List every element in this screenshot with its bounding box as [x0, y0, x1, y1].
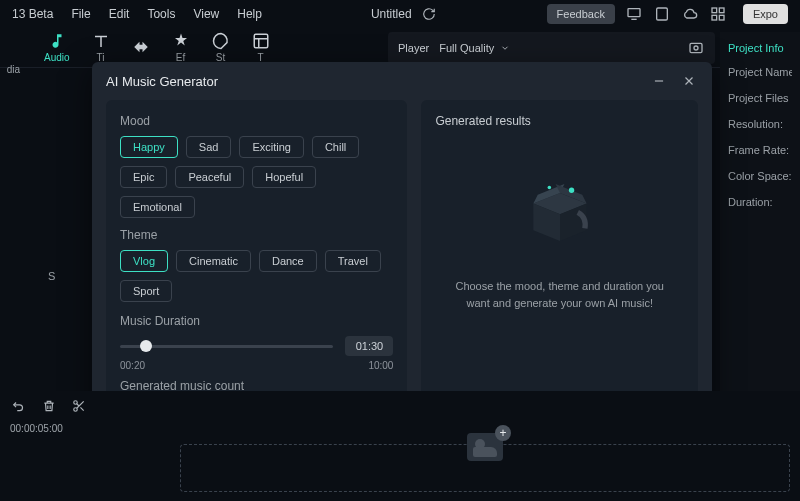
- menu-view[interactable]: View: [193, 7, 219, 21]
- mood-chip-sad[interactable]: Sad: [186, 136, 232, 158]
- menu-help[interactable]: Help: [237, 7, 262, 21]
- theme-chip-vlog[interactable]: Vlog: [120, 250, 168, 272]
- screen-icon[interactable]: [625, 5, 643, 23]
- timeline-timecode: 00:00:05:00: [0, 421, 800, 436]
- svg-rect-6: [254, 34, 268, 48]
- svg-point-14: [569, 188, 574, 193]
- mood-chip-emotional[interactable]: Emotional: [120, 196, 195, 218]
- quality-value: Full Quality: [439, 42, 494, 54]
- info-files-location: Project Files Loc: [728, 92, 792, 104]
- duration-max: 10:00: [368, 360, 393, 371]
- info-colorspace: Color Space:: [728, 170, 792, 182]
- svg-rect-5: [712, 15, 717, 20]
- theme-chips: Vlog Cinematic Dance Travel Sport: [120, 250, 393, 302]
- minimize-icon[interactable]: [650, 72, 668, 90]
- chevron-down-icon: [500, 43, 510, 53]
- tab-titles[interactable]: Ti: [92, 32, 110, 63]
- duration-slider[interactable]: [120, 337, 333, 355]
- close-icon[interactable]: [680, 72, 698, 90]
- media-placeholder-icon[interactable]: +: [467, 433, 503, 461]
- theme-chip-cinematic[interactable]: Cinematic: [176, 250, 251, 272]
- mood-chips: Happy Sad Exciting Chill Epic Peaceful H…: [120, 136, 393, 218]
- results-title: Generated results: [435, 114, 530, 128]
- tab-effects[interactable]: Ef: [172, 32, 190, 63]
- theme-chip-travel[interactable]: Travel: [325, 250, 381, 272]
- sync-icon[interactable]: [420, 5, 438, 23]
- mood-chip-hopeful[interactable]: Hopeful: [252, 166, 316, 188]
- duration-value: 01:30: [345, 336, 393, 356]
- tab-media-truncated[interactable]: dia: [0, 60, 20, 75]
- mood-chip-chill[interactable]: Chill: [312, 136, 359, 158]
- ai-music-generator-modal: AI Music Generator Mood Happy Sad Exciti…: [92, 62, 712, 442]
- add-media-icon[interactable]: +: [495, 425, 511, 441]
- scissors-icon[interactable]: [70, 397, 88, 415]
- device-icon[interactable]: [653, 5, 671, 23]
- svg-rect-4: [719, 15, 724, 20]
- undo-icon[interactable]: [10, 397, 28, 415]
- gift-box-icon: [515, 168, 605, 248]
- version-label: 13 Beta: [12, 7, 53, 21]
- theme-chip-sport[interactable]: Sport: [120, 280, 172, 302]
- mood-chip-peaceful[interactable]: Peaceful: [175, 166, 244, 188]
- menu-file[interactable]: File: [71, 7, 90, 21]
- trash-icon[interactable]: [40, 397, 58, 415]
- mood-chip-happy[interactable]: Happy: [120, 136, 178, 158]
- grid-icon[interactable]: [709, 5, 727, 23]
- svg-rect-2: [712, 8, 717, 13]
- snapshot-icon[interactable]: [687, 39, 705, 57]
- timeline-drop-zone[interactable]: +: [180, 444, 790, 492]
- tab-templates[interactable]: T: [252, 32, 270, 63]
- svg-point-15: [547, 186, 551, 190]
- player-bar: Player Full Quality: [388, 32, 715, 64]
- menubar: 13 Beta File Edit Tools View Help Untitl…: [0, 0, 800, 28]
- modal-title: AI Music Generator: [106, 74, 218, 89]
- info-resolution: Resolution:: [728, 118, 792, 130]
- svg-point-16: [74, 401, 78, 405]
- export-button[interactable]: Expo: [743, 4, 788, 24]
- tab-transitions[interactable]: [132, 38, 150, 58]
- tab-audio[interactable]: Audio: [44, 32, 70, 63]
- duration-min: 00:20: [120, 360, 145, 371]
- tab-label: Audio: [44, 52, 70, 63]
- info-project-name: Project Name:: [728, 66, 792, 78]
- svg-rect-7: [690, 43, 702, 52]
- project-info-panel: Project Info Project Name: Project Files…: [720, 32, 800, 432]
- svg-rect-0: [628, 9, 640, 17]
- feedback-button[interactable]: Feedback: [547, 4, 615, 24]
- project-info-title: Project Info: [728, 42, 792, 54]
- theme-chip-dance[interactable]: Dance: [259, 250, 317, 272]
- side-truncated-label: S: [48, 270, 55, 282]
- svg-point-8: [694, 46, 698, 50]
- info-duration: Duration:: [728, 196, 792, 208]
- menu-edit[interactable]: Edit: [109, 7, 130, 21]
- quality-dropdown[interactable]: Full Quality: [439, 42, 510, 54]
- tab-stickers[interactable]: St: [212, 32, 230, 63]
- menu-tools[interactable]: Tools: [147, 7, 175, 21]
- timeline: 00:00:05:00 +: [0, 391, 800, 501]
- theme-label: Theme: [120, 228, 393, 242]
- player-label: Player: [398, 42, 429, 54]
- results-description: Choose the mood, theme and duration you …: [435, 278, 684, 311]
- mood-chip-epic[interactable]: Epic: [120, 166, 167, 188]
- info-framerate: Frame Rate:: [728, 144, 792, 156]
- svg-rect-3: [719, 8, 724, 13]
- mood-label: Mood: [120, 114, 393, 128]
- svg-rect-1: [657, 8, 668, 20]
- cloud-icon[interactable]: [681, 5, 699, 23]
- mood-chip-exciting[interactable]: Exciting: [239, 136, 304, 158]
- duration-label: Music Duration: [120, 314, 393, 328]
- document-title: Untitled: [371, 7, 412, 21]
- svg-point-17: [74, 408, 78, 412]
